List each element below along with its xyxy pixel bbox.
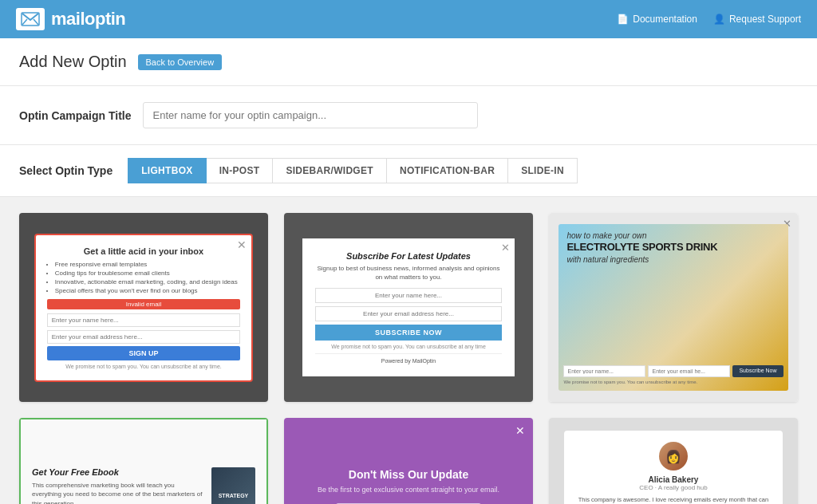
bannino-modal: how to make your own ELECTROLYTE SPORTS … <box>558 224 787 391</box>
elegance-subscribe-btn: SUBSCRIBE NOW <box>315 325 501 341</box>
purple-content: Don't Miss Our Update Be the first to ge… <box>305 452 512 504</box>
logo-icon <box>16 8 45 30</box>
page-title: Add New Optin <box>19 53 127 71</box>
bannino-subscribe-btn: Subscribe Now <box>732 365 783 377</box>
elegance-close-icon: ✕ <box>501 242 510 254</box>
optin-type-section: Select Optin Type LIGHTBOX IN-POST SIDEB… <box>0 145 817 197</box>
support-link[interactable]: 👤 Request Support <box>713 14 801 25</box>
testimonial-avatar: 👩 <box>659 442 688 471</box>
baremetal-list: Free responsive email templates Coding t… <box>47 261 241 294</box>
elegance-title: Subscribe For Latest Updates <box>315 251 501 261</box>
campaign-title-label: Optin Campaign Title <box>19 109 132 122</box>
elegance-note: We promise not to spam you. You can unsu… <box>315 344 501 349</box>
testimonial-name: Alicia Bakery <box>575 475 772 484</box>
purple-title: Don't Miss Our Update <box>318 468 499 481</box>
logo: mailoptin <box>16 8 125 30</box>
baremetal-title: Get a little acid in your inbox <box>47 246 241 256</box>
ebook-desc: This comprehensive marketing book will t… <box>32 481 203 504</box>
theme-preview-purple: ✕ Don't Miss Our Update Be the first to … <box>284 418 533 504</box>
purple-close-icon: ✕ <box>515 424 525 437</box>
testimonial-text: This company is awesome. I love receivin… <box>575 496 772 504</box>
testimonial-content: 👩 Alicia Bakery CEO · A really good hub … <box>564 431 783 504</box>
ebook-text: Get Your Free Ebook This comprehensive m… <box>32 467 203 504</box>
theme-preview-testimonial: 👩 Alicia Bakery CEO · A really good hub … <box>549 418 798 504</box>
tab-in-post[interactable]: IN-POST <box>206 158 274 183</box>
elegance-powered: Powered by MailOptin <box>315 353 501 364</box>
optin-type-label: Select Optin Type <box>19 164 112 177</box>
elegance-email-input <box>315 306 501 321</box>
baremetal-modal: ✕ Get a little acid in your inbox Free r… <box>34 234 254 382</box>
themes-grid: ✕ Get a little acid in your inbox Free r… <box>19 213 798 504</box>
bannino-form: Subscribe Now We promise not to spam you… <box>563 365 783 384</box>
elegance-subtitle: Signup to best of business news, informe… <box>315 265 501 282</box>
theme-card-elegance: ✕ Subscribe For Latest Updates Signup to… <box>284 213 533 402</box>
theme-card-bannino: ✕ how to make your own ELECTROLYTE SPORT… <box>549 213 798 402</box>
baremetal-error: Invalid email <box>47 299 241 309</box>
header: mailoptin 📄 Documentation 👤 Request Supp… <box>0 0 817 38</box>
baremetal-note: We promise not to spam you. You can unsu… <box>47 364 241 369</box>
optin-type-tabs: LIGHTBOX IN-POST SIDEBAR/WIDGET NOTIFICA… <box>128 158 578 183</box>
tab-notification-bar[interactable]: NOTIFICATION-BAR <box>386 158 508 183</box>
theme-preview-ebook: Get Your Free Ebook This comprehensive m… <box>19 418 268 504</box>
tab-sidebar-widget[interactable]: SIDEBAR/WIDGET <box>272 158 387 183</box>
theme-card-testimonial: 👩 Alicia Bakery CEO · A really good hub … <box>549 418 798 504</box>
header-links: 📄 Documentation 👤 Request Support <box>617 14 801 25</box>
bannino-inputs-row: Subscribe Now <box>563 365 783 377</box>
elegance-modal: ✕ Subscribe For Latest Updates Signup to… <box>302 238 514 376</box>
tab-lightbox[interactable]: LIGHTBOX <box>128 158 206 183</box>
ebook-title: Get Your Free Ebook <box>32 467 203 477</box>
campaign-section: Optin Campaign Title <box>0 86 817 145</box>
ebook-content: Get Your Free Ebook This comprehensive m… <box>21 455 266 504</box>
baremetal-close-icon: ✕ <box>237 238 247 251</box>
themes-section: ✕ Get a little acid in your inbox Free r… <box>0 197 817 504</box>
bannino-text: how to make your own ELECTROLYTE SPORTS … <box>566 230 780 265</box>
theme-card-purple: ✕ Don't Miss Our Update Be the first to … <box>284 418 533 504</box>
baremetal-name-input <box>47 313 241 327</box>
testimonial-role: CEO · A really good hub <box>575 484 772 491</box>
bannino-name-input <box>563 365 645 377</box>
ebook-book-cover: STRATEGY <box>211 467 255 504</box>
back-to-overview-button[interactable]: Back to Overview <box>138 54 223 70</box>
add-optin-bar: Add New Optin Back to Overview <box>0 38 817 86</box>
bannino-headline: how to make your own ELECTROLYTE SPORTS … <box>566 230 780 265</box>
bannino-email-input <box>648 365 730 377</box>
person-icon: 👤 <box>713 14 725 25</box>
doc-link[interactable]: 📄 Documentation <box>617 14 697 25</box>
theme-preview-elegance: ✕ Subscribe For Latest Updates Signup to… <box>284 213 533 402</box>
tab-slide-in[interactable]: SLIDE-IN <box>507 158 578 183</box>
theme-preview-bannino: ✕ how to make your own ELECTROLYTE SPORT… <box>549 213 798 402</box>
theme-preview-baremetal: ✕ Get a little acid in your inbox Free r… <box>19 213 268 402</box>
theme-card-baremetal: ✕ Get a little acid in your inbox Free r… <box>19 213 268 402</box>
logo-text: mailoptin <box>51 9 125 30</box>
bannino-note: We promise not to spam you. You can unsu… <box>563 380 783 384</box>
elegance-name-input <box>315 288 501 303</box>
baremetal-signup-btn: SIGN UP <box>47 346 241 360</box>
doc-icon: 📄 <box>617 14 629 25</box>
campaign-title-input[interactable] <box>143 102 478 128</box>
purple-subtitle: Be the first to get exclusive content st… <box>318 486 499 494</box>
theme-card-ebook: Get Your Free Ebook This comprehensive m… <box>19 418 268 504</box>
baremetal-email-input <box>47 330 241 344</box>
